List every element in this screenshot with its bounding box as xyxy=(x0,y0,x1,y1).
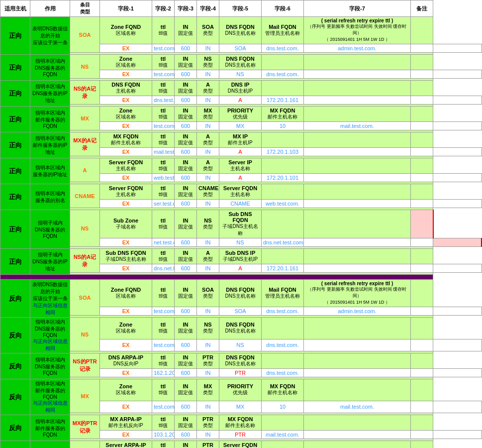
ex-f2: 600 xyxy=(175,148,197,156)
record-header-row: 反向指明本区域内DNS服务器的FQDN与正向区域信息相同NSZone区域名称tt… xyxy=(0,318,482,339)
action-cell: 指明本区域内服务器的FQDN xyxy=(30,441,70,448)
ex-f3: IN xyxy=(197,200,219,208)
f5-header: DNS FQDNDNS主机名称 xyxy=(219,55,262,70)
type-cell: MX xyxy=(70,379,100,413)
ex-f5: 172.20.1.161 xyxy=(262,264,304,273)
f4-header: SOA类型 xyxy=(197,280,219,307)
ex-f6 xyxy=(304,264,411,273)
ex-f4: NS xyxy=(219,339,262,351)
f5-header: Sub DNS IP子域DNS主机IP xyxy=(219,249,262,264)
type-cell: MX的PTR记录 xyxy=(70,415,100,439)
ex-label: EX xyxy=(100,122,152,130)
ex-f7 xyxy=(411,401,433,413)
record-header-row: 正向指明本区域内DNS服务器的IP地址NS的A记录DNS FQDN主机名称ttl… xyxy=(0,81,482,96)
ex-label: EX xyxy=(100,264,152,273)
ex-f4: MX xyxy=(219,401,262,413)
f5-header: Server FQDN主机名称 xyxy=(219,441,262,448)
header-action: 作用 xyxy=(30,0,70,17)
record-header-row: 正向指明子域内DNS服务器的IP地址NS的A记录Sub DNS FQDN子域DN… xyxy=(0,249,482,264)
ex-f2: 600 xyxy=(175,369,197,377)
ex-f4: A xyxy=(219,96,262,105)
ex-note xyxy=(433,369,482,377)
type-cell: SOA xyxy=(70,280,100,316)
ex-f3: IN xyxy=(197,238,219,247)
header-f2: 字段-2 xyxy=(152,0,175,17)
ex-f7 xyxy=(411,307,433,316)
section-divider xyxy=(0,275,482,280)
ex-note xyxy=(433,431,482,439)
ex-f2: 600 xyxy=(175,70,197,79)
f7-header xyxy=(304,184,411,200)
f7-header xyxy=(304,132,411,148)
ex-label: EX xyxy=(100,148,152,156)
ex-f5: dns.test.com. xyxy=(262,70,304,79)
f7-header xyxy=(304,353,411,369)
ex-f2: 600 xyxy=(175,200,197,208)
f6-header: Mail FQDN管理员主机名称 xyxy=(262,17,304,44)
f5-header: PRIORITY优先级 xyxy=(219,379,262,401)
note-header xyxy=(411,107,433,122)
f1-header: Server ARPA-IP主机反向IP xyxy=(100,441,152,448)
ex-label: EX xyxy=(100,200,152,208)
f4-header: A类型 xyxy=(197,158,219,174)
action-cell: 表明DNS数据信息的开始应该位于第一条与正向区域信息相同 xyxy=(30,280,70,318)
direction-cell: 正向 xyxy=(0,249,30,275)
note-header xyxy=(411,55,433,70)
f2-header: ttlttl值 xyxy=(152,353,175,369)
f6-header xyxy=(262,81,304,96)
f1-header: Zone FQND区域名称 xyxy=(100,280,152,307)
f2-header: ttlttl值 xyxy=(152,132,175,148)
note-header xyxy=(411,17,433,44)
f6-header xyxy=(262,415,304,431)
ex-f5: mail.test.com. xyxy=(262,431,304,439)
action-cell: 指明本区域内邮件服务器的FQDN xyxy=(30,415,70,441)
ex-f1: test.com. xyxy=(152,122,175,130)
ex-f7 xyxy=(411,70,433,79)
ex-f2: 600 xyxy=(175,339,197,351)
ex-f2: 600 xyxy=(175,238,197,247)
ex-f4: SOA xyxy=(219,307,262,316)
ex-f2: 600 xyxy=(175,122,197,130)
ex-f4: NS xyxy=(219,238,262,247)
f2-header: ttlttl值 xyxy=(152,55,175,70)
ex-f1: mail.test.com. xyxy=(152,148,175,156)
ex-note xyxy=(433,174,482,182)
ex-label: EX xyxy=(100,339,152,351)
f3-header: IN固定值 xyxy=(175,441,197,448)
ex-f1: 162.1.20.172 xyxy=(152,369,175,377)
f2-header: ttlttl值 xyxy=(152,158,175,174)
f1-header: Server FQDN主机名称 xyxy=(100,158,152,174)
ex-f5: 172.20.1.101 xyxy=(262,174,304,182)
record-header-row: 正向表明DNS数据信息的开始应该位于第一条SOAZone FQND区域名称ttl… xyxy=(0,17,482,44)
ex-f6 xyxy=(304,238,411,247)
ex-f3: IN xyxy=(197,264,219,273)
f7-header xyxy=(304,81,411,96)
ex-f5: dns.test.com. xyxy=(262,44,304,53)
ex-f6: mail.test.com. xyxy=(304,122,411,130)
ex-f1: 103.1.20.172 xyxy=(152,431,175,439)
ex-label: EX xyxy=(100,70,152,79)
direction-cell: 正向 xyxy=(0,184,30,210)
ex-f3: IN xyxy=(197,174,219,182)
f5-header: MX IP邮件主机IP xyxy=(219,132,262,148)
record-header-row: 正向指明本区域内DNS服务器的FQDNNSZone区域名称ttlttl值IN固定… xyxy=(0,55,482,70)
record-header-row: 正向指明子域内DNS服务器的FQDNNSSub Zone子域名称ttlttl值I… xyxy=(0,210,482,238)
ex-f3: IN xyxy=(197,96,219,105)
ex-f1: test.com. xyxy=(152,44,175,53)
action-cell: 指明本区域内DNS服务器的FQDN xyxy=(30,55,70,81)
ex-f4: CNAME xyxy=(219,200,262,208)
ex-f1: dns.net.test.com. xyxy=(152,264,175,273)
f3-header: IN固定值 xyxy=(175,249,197,264)
ex-f1: test.com. xyxy=(152,307,175,316)
ex-note xyxy=(433,307,482,316)
ex-label: EX xyxy=(100,307,152,316)
ex-f2: 600 xyxy=(175,401,197,413)
f6-header xyxy=(262,184,304,200)
type-cell: MX xyxy=(70,107,100,130)
f5-header: PRIORITY优先级 xyxy=(219,107,262,122)
ex-f6 xyxy=(304,148,411,156)
f5-header: MX FQDN邮件主机名称 xyxy=(219,415,262,431)
f1-header: Zone FQND区域名称 xyxy=(100,17,152,44)
direction-cell: 正向 xyxy=(0,81,30,107)
ex-f1: dns.test.com. xyxy=(152,96,175,105)
